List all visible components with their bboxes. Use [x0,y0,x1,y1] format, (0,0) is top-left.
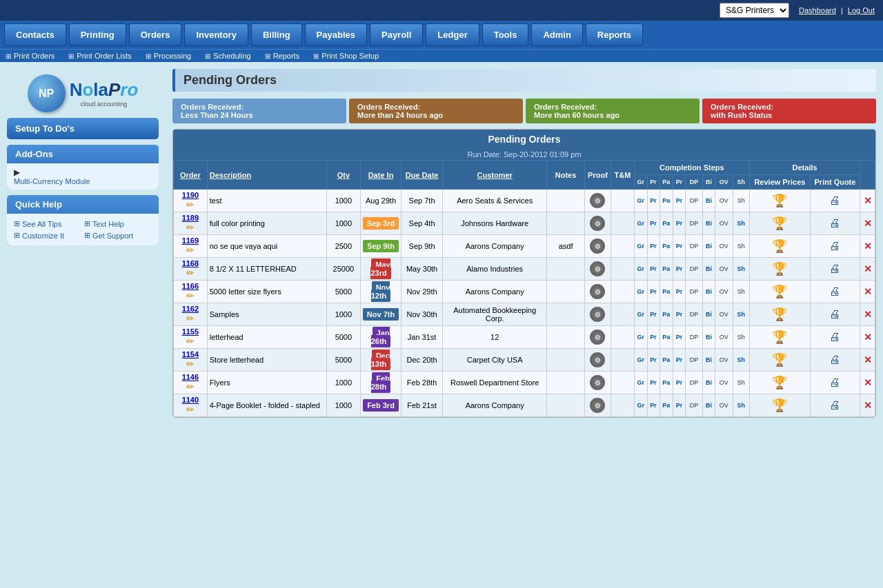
step-gr[interactable]: Gr [634,235,647,258]
subnav-print-shop-setup[interactable]: ⊞ Print Shop Setup [313,52,379,60]
step-gr[interactable]: Gr [634,190,647,212]
review-icon[interactable]: 🏆 [772,285,787,298]
review-cell[interactable]: 🏆 [750,258,811,281]
step-pr[interactable]: Pr [647,281,659,303]
step-gr[interactable]: Gr [634,349,647,372]
delete-icon[interactable]: ✕ [864,309,872,320]
print-cell[interactable]: 🖨 [810,281,860,303]
nav-billing[interactable]: Billing [251,23,302,46]
step-pr2[interactable]: Pr [673,235,686,258]
step-gr[interactable]: Gr [634,258,647,281]
step-sh[interactable]: Sh [733,372,749,394]
print-icon[interactable]: 🖨 [829,376,840,388]
nav-payables[interactable]: Payables [305,23,367,46]
step-pr[interactable]: Pr [647,326,659,349]
step-dp[interactable]: DP [685,394,702,417]
nav-printing[interactable]: Printing [69,23,126,46]
print-icon[interactable]: 🖨 [829,354,840,365]
print-cell[interactable]: 🖨 [810,212,860,235]
print-cell[interactable]: 🖨 [810,190,860,212]
step-dp[interactable]: DP [685,258,702,281]
help-text-help[interactable]: ⊞ Text Help [84,219,152,228]
order-link[interactable]: 1146 [176,373,205,381]
nav-payroll[interactable]: Payroll [370,23,423,46]
review-icon[interactable]: 🏆 [772,330,787,344]
subnav-reports[interactable]: ⊞ Reports [265,52,300,60]
dashboard-link[interactable]: Dashboard [799,6,836,14]
step-pr[interactable]: Pr [647,303,659,326]
step-bi[interactable]: Bi [703,235,715,258]
delete-cell[interactable]: ✕ [860,372,875,394]
order-link[interactable]: 1189 [176,214,205,222]
review-icon[interactable]: 🏆 [772,398,787,412]
delete-icon[interactable]: ✕ [864,377,872,388]
col-header-customer[interactable]: Customer [442,161,547,190]
step-sh[interactable]: Sh [733,235,749,258]
proof-gear-icon[interactable]: ⚙ [590,239,605,254]
print-icon[interactable]: 🖨 [829,194,840,206]
nav-tools[interactable]: Tools [482,23,529,46]
print-icon[interactable]: 🖨 [829,240,840,252]
step-bi[interactable]: Bi [703,349,715,372]
step-pa[interactable]: Pa [659,190,673,212]
col-header-desc[interactable]: Description [207,161,326,190]
order-link[interactable]: 1166 [176,282,205,290]
step-dp[interactable]: DP [685,235,702,258]
step-pr[interactable]: Pr [647,394,659,417]
review-icon[interactable]: 🏆 [772,216,787,230]
step-pa[interactable]: Pa [659,372,673,394]
step-ov[interactable]: OV [715,303,733,326]
proof-gear-icon[interactable]: ⚙ [590,261,605,276]
order-link[interactable]: 1169 [176,236,205,245]
proof-gear-icon[interactable]: ⚙ [590,193,605,208]
step-bi[interactable]: Bi [703,326,715,349]
review-icon[interactable]: 🏆 [772,194,787,207]
proof-gear-icon[interactable]: ⚙ [590,330,605,345]
col-header-duedate[interactable]: Due Date [401,161,443,190]
step-pr[interactable]: Pr [647,190,659,212]
review-icon[interactable]: 🏆 [772,376,787,389]
delete-icon[interactable]: ✕ [864,332,872,343]
col-header-order[interactable]: Order [174,161,208,190]
step-pr2[interactable]: Pr [673,212,686,235]
step-dp[interactable]: DP [685,303,702,326]
pencil-icon[interactable]: ✏ [176,358,205,369]
step-sh[interactable]: Sh [733,212,749,235]
print-cell[interactable]: 🖨 [810,258,860,281]
step-gr[interactable]: Gr [634,326,647,349]
delete-icon[interactable]: ✕ [864,241,872,252]
step-pr[interactable]: Pr [647,212,659,235]
nav-inventory[interactable]: Inventory [184,23,248,46]
step-ov[interactable]: OV [715,235,733,258]
delete-cell[interactable]: ✕ [860,235,875,258]
step-dp[interactable]: DP [685,212,702,235]
step-ov[interactable]: OV [715,281,733,303]
step-sh[interactable]: Sh [733,258,749,281]
delete-icon[interactable]: ✕ [864,195,872,206]
nav-contacts[interactable]: Contacts [4,23,66,46]
step-gr[interactable]: Gr [634,303,647,326]
step-pa[interactable]: Pa [659,394,673,417]
step-sh[interactable]: Sh [733,303,749,326]
step-bi[interactable]: Bi [703,281,715,303]
delete-icon[interactable]: ✕ [864,286,872,297]
review-cell[interactable]: 🏆 [750,326,811,349]
delete-cell[interactable]: ✕ [860,394,875,417]
review-icon[interactable]: 🏆 [772,239,787,253]
step-dp[interactable]: DP [685,281,702,303]
step-gr[interactable]: Gr [634,372,647,394]
order-link[interactable]: 1168 [176,259,205,267]
multi-currency-link[interactable]: Multi-Currency Module [14,177,152,185]
review-cell[interactable]: 🏆 [750,281,811,303]
step-pr2[interactable]: Pr [673,303,686,326]
proof-gear-icon[interactable]: ⚙ [590,284,605,299]
pencil-icon[interactable]: ✏ [176,222,205,233]
step-gr[interactable]: Gr [634,394,647,417]
col-header-datein[interactable]: Date In [360,161,401,190]
delete-icon[interactable]: ✕ [864,263,872,274]
step-sh[interactable]: Sh [733,326,749,349]
step-sh[interactable]: Sh [733,190,749,212]
step-ov[interactable]: OV [715,326,733,349]
print-icon[interactable]: 🖨 [829,285,840,297]
delete-cell[interactable]: ✕ [860,212,875,235]
